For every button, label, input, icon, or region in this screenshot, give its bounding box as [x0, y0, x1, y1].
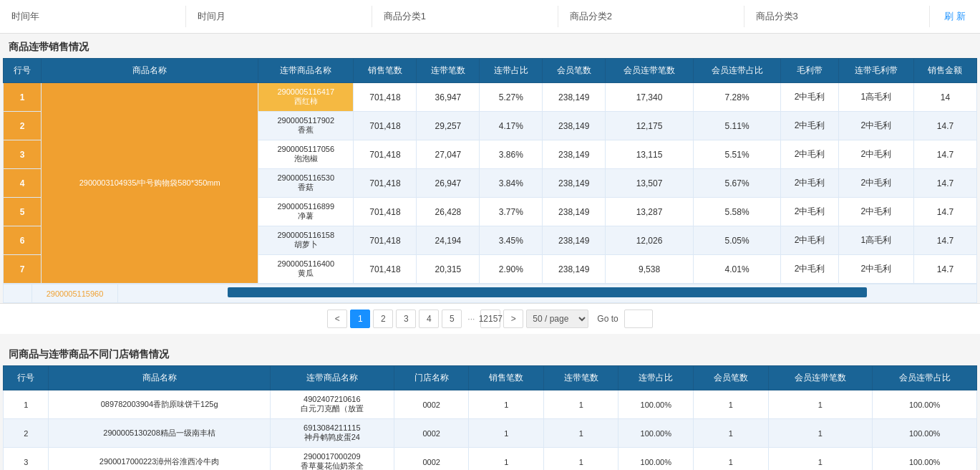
s2-col-member-linked-ratio: 会员连带占比 — [873, 366, 977, 390]
s2-col-member-linked: 会员连带笔数 — [768, 366, 873, 390]
sales: 701,418 — [354, 169, 417, 198]
linked-gross-band: 2中毛利 — [838, 255, 913, 284]
linked-gross-band: 2中毛利 — [838, 112, 913, 140]
amount: 14.7 — [913, 140, 976, 169]
col-linked-ratio: 连带占比 — [480, 59, 543, 83]
refresh-button[interactable]: 刷 新 — [930, 6, 980, 27]
s2-col-product: 商品名称 — [49, 366, 270, 390]
filter-time-month[interactable]: 时间月 — [186, 6, 372, 27]
sales: 701,418 — [354, 140, 417, 169]
row-num: 1 — [4, 390, 49, 419]
member-sales: 1 — [694, 448, 769, 471]
member-linked-ratio: 5.67% — [693, 169, 781, 198]
filter-category2[interactable]: 商品分类2 — [558, 6, 744, 27]
gross-band: 2中毛利 — [781, 83, 838, 112]
linked-ratio: 4.17% — [480, 112, 543, 140]
member-linked-ratio: 5.51% — [693, 140, 781, 169]
linked-ratio: 3.86% — [480, 140, 543, 169]
col-linked-product: 连带商品名称 — [258, 59, 354, 83]
linked-product-name: 2900005116158 胡萝卜 — [258, 226, 354, 255]
linked-product-name: 6913084211115 神丹鹌鹑皮蛋24 — [270, 419, 394, 448]
linked-product-name: 2900017000209 香草蔓花仙奶茶全 — [270, 448, 394, 471]
gross-band: 2中毛利 — [781, 169, 838, 198]
member-linked: 9,538 — [606, 255, 694, 284]
table-row: 32900017000223漳州谷淮西冷牛肉2900017000209 香草蔓花… — [4, 448, 977, 471]
row-num: 3 — [4, 140, 42, 169]
section2-table: 行号 商品名称 连带商品名称 门店名称 销售笔数 连带笔数 连带占比 会员笔数 … — [3, 365, 977, 470]
section2: 同商品与连带商品不同门店销售情况 行号 商品名称 连带商品名称 门店名称 销售笔… — [0, 341, 980, 470]
amount: 14 — [913, 83, 976, 112]
product-name: 2900017000223漳州谷淮西冷牛肉 — [49, 448, 270, 471]
page-1-button[interactable]: 1 — [350, 310, 370, 328]
gross-band: 2中毛利 — [781, 226, 838, 255]
progress-bar-cell — [118, 284, 977, 303]
linked-ratio: 3.84% — [480, 169, 543, 198]
linked-ratio: 3.77% — [480, 198, 543, 226]
member-linked: 13,287 — [606, 198, 694, 226]
section1-table-container: 行号 商品名称 连带商品名称 销售笔数 连带笔数 连带占比 会员笔数 会员连带笔… — [3, 58, 977, 303]
amount: 14.7 — [913, 255, 976, 284]
filter-category3[interactable]: 商品分类3 — [744, 6, 931, 27]
sales: 701,418 — [354, 198, 417, 226]
member-sales: 1 — [694, 390, 769, 419]
product-name: 089782003904香韵原味饼干125g — [49, 390, 270, 419]
member-linked: 1 — [768, 448, 873, 471]
gross-band: 2中毛利 — [781, 112, 838, 140]
row-num: 7 — [4, 255, 42, 284]
col-member-sales: 会员笔数 — [543, 59, 606, 83]
row-num: 1 — [4, 83, 42, 112]
amount: 14.7 — [913, 198, 976, 226]
goto-input[interactable] — [624, 310, 653, 328]
s2-col-sales: 销售笔数 — [469, 366, 544, 390]
per-page-select[interactable]: 50 / page 100 / page — [526, 310, 588, 328]
next-page-button[interactable]: > — [503, 310, 523, 328]
sales: 1 — [469, 390, 544, 419]
filter-time-year[interactable]: 时间年 — [0, 6, 186, 27]
section1-header-row: 行号 商品名称 连带商品名称 销售笔数 连带笔数 连带占比 会员笔数 会员连带笔… — [4, 59, 977, 83]
filter-category1[interactable]: 商品分类1 — [372, 6, 558, 27]
linked-gross-band: 2中毛利 — [838, 198, 913, 226]
page-2-button[interactable]: 2 — [373, 310, 393, 328]
store-name: 0002 — [394, 390, 469, 419]
page-4-button[interactable]: 4 — [419, 310, 439, 328]
linked-sales: 36,947 — [417, 83, 480, 112]
s2-col-linked: 连带商品名称 — [270, 366, 394, 390]
linked-sales: 20,315 — [417, 255, 480, 284]
member-linked-ratio: 100.00% — [873, 419, 977, 448]
sales: 701,418 — [354, 83, 417, 112]
product-name: 2900005130208精品一级南丰桔 — [49, 419, 270, 448]
gross-band: 2中毛利 — [781, 255, 838, 284]
linked-gross-band: 1高毛利 — [838, 83, 913, 112]
member-sales: 238,149 — [543, 140, 606, 169]
amount: 14.7 — [913, 226, 976, 255]
s2-col-linked-sales: 连带笔数 — [543, 366, 618, 390]
linked-product-name: 2900005117056 泡泡椒 — [258, 140, 354, 169]
member-linked-ratio: 100.00% — [873, 390, 977, 419]
linked-ratio: 100.00% — [618, 419, 694, 448]
linked-sales: 26,428 — [417, 198, 480, 226]
linked-product-name: 2900005116530 香菇 — [258, 169, 354, 198]
row-num: 2 — [4, 419, 49, 448]
goto-label: Go to — [597, 314, 618, 324]
last-page-button[interactable]: 12157 — [480, 310, 500, 328]
amount: 14.7 — [913, 112, 976, 140]
gross-band: 2中毛利 — [781, 198, 838, 226]
member-sales: 238,149 — [543, 255, 606, 284]
linked-ratio: 5.27% — [480, 83, 543, 112]
linked-ratio: 100.00% — [618, 390, 694, 419]
page-dots: ··· — [465, 314, 477, 324]
table-row: 22900005130208精品一级南丰桔6913084211115 神丹鹌鹑皮… — [4, 419, 977, 448]
page-5-button[interactable]: 5 — [442, 310, 462, 328]
linked-product-name: 2900005116417 西红柿 — [258, 83, 354, 112]
member-linked-ratio: 4.01% — [693, 255, 781, 284]
member-sales: 238,149 — [543, 198, 606, 226]
page-3-button[interactable]: 3 — [396, 310, 416, 328]
linked-sales: 1 — [543, 419, 618, 448]
col-member-linked-ratio: 会员连带占比 — [693, 59, 781, 83]
prev-page-button[interactable]: < — [327, 310, 347, 328]
gross-band: 2中毛利 — [781, 140, 838, 169]
member-linked: 17,340 — [606, 83, 694, 112]
sales: 1 — [469, 448, 544, 471]
linked-product-name: 2900005116400 黄瓜 — [258, 255, 354, 284]
col-gross-band: 毛利带 — [781, 59, 838, 83]
